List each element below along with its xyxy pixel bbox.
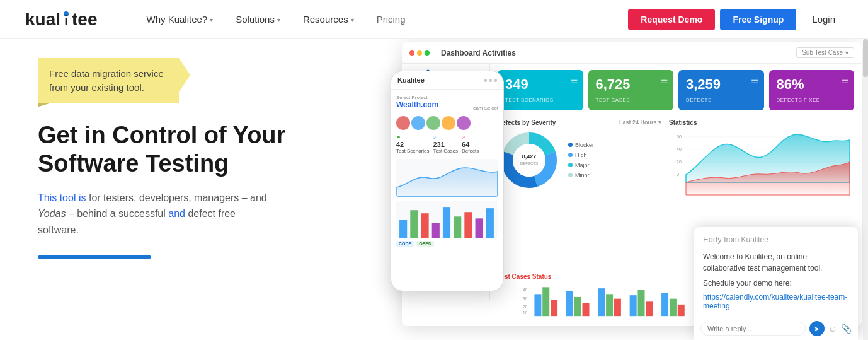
chat-send-button[interactable]: ➤ [809, 321, 825, 336]
svg-rect-41 [614, 299, 621, 317]
logo[interactable]: kual i tee [25, 9, 98, 30]
svg-rect-33 [534, 294, 541, 316]
svg-text:40: 40 [677, 147, 682, 151]
svg-rect-42 [630, 295, 637, 316]
page-scrollbar[interactable] [863, 39, 868, 340]
hero-right: Kualitee Select Project Wealth.com Team … [391, 39, 868, 340]
avatar-2 [411, 116, 425, 130]
mobile-stat-2: ☑ 231 Test Cases [433, 135, 458, 154]
svg-rect-8 [454, 216, 461, 238]
mobile-header: Kualitee [391, 71, 503, 90]
chat-input-row: ➤ ☺ 📎 [694, 317, 858, 340]
svg-rect-38 [583, 303, 590, 316]
request-demo-button[interactable]: Request Demo [628, 9, 715, 30]
chat-schedule-message: Schedule your demo here: [694, 278, 858, 293]
avatar-5 [457, 116, 471, 130]
code-tag: CODE [396, 241, 414, 247]
mobile-trend-chart [396, 159, 498, 197]
defects-severity-chart: Defects by Severity Last 24 Hours ▾ [498, 119, 661, 268]
legend-item-high: High [568, 150, 594, 160]
nav-item-pricing[interactable]: Pricing [365, 0, 417, 39]
mobile-dots [484, 79, 497, 82]
svg-rect-36 [566, 291, 573, 316]
stat-card-test-scenarios: 349 TEST SCENARIOS ⚌ [498, 70, 583, 110]
donut-chart-svg: 8,427 DEFECTS [498, 129, 561, 192]
filter-icon-3: ⚌ [751, 75, 759, 85]
mobile-project-name[interactable]: Wealth.com [396, 100, 471, 112]
stat-card-defects-fixed: 86% DEFECTS FIXED ⚌ [769, 70, 855, 110]
statistics-chart-title: Statistics [669, 119, 854, 126]
free-signup-button[interactable]: Free Signup [720, 9, 796, 30]
nav-item-why[interactable]: Why Kualitee? ▾ [135, 0, 225, 39]
mobile-bar-chart [396, 201, 498, 238]
svg-rect-6 [432, 223, 440, 238]
svg-rect-5 [421, 213, 428, 238]
svg-rect-11 [486, 208, 494, 238]
defects-chart-title: Defects by Severity Last 24 Hours ▾ [498, 119, 661, 126]
badge-line1: Free data migration service [49, 67, 164, 81]
mobile-project-label: Select Project [396, 95, 498, 100]
nav-links: Why Kualitee? ▾ Solutions ▾ Resources ▾ … [135, 0, 629, 39]
legend-item-blocker: Blocker [568, 140, 594, 150]
mobile-bar-chart-svg [396, 201, 498, 238]
mobile-avatars [396, 116, 498, 130]
svg-rect-9 [464, 212, 472, 238]
svg-text:i: i [64, 13, 68, 27]
chevron-down-icon: ▾ [845, 49, 848, 56]
chat-attach-button[interactable]: 📎 [841, 324, 852, 334]
filter-icon-4: ⚌ [841, 75, 849, 85]
db-dot-red [409, 50, 414, 56]
logo-text-tee: tee [72, 9, 97, 30]
svg-text:8,427: 8,427 [522, 153, 537, 160]
donut-container: 8,427 DEFECTS Blocker High Major Minor [498, 129, 661, 192]
legend-item-major: Major [568, 160, 594, 170]
nav-item-resources[interactable]: Resources ▾ [292, 0, 365, 39]
chevron-down-icon: ▾ [277, 16, 280, 23]
db-dots [409, 50, 430, 56]
chat-reply-input[interactable] [700, 322, 806, 336]
mobile-stat-1: ⚑ 42 Test Scenarios [396, 135, 429, 154]
stat-card-test-cases: 6,725 TEST CASES ⚌ [588, 70, 674, 110]
mobile-team-label: Team Select [471, 105, 498, 111]
mobile-content: Select Project Wealth.com Team Select ⚑ [391, 90, 503, 252]
svg-rect-39 [598, 288, 605, 316]
chat-welcome-message: Welcome to Kualitee, an online collabora… [694, 251, 858, 278]
hero-title: Get in Control of Your Software Testing [38, 121, 365, 179]
svg-text:60: 60 [677, 134, 682, 139]
svg-rect-37 [574, 297, 581, 316]
scrollbar-thumb[interactable] [863, 39, 868, 77]
avatar-1 [396, 116, 410, 130]
legend-item-minor: Minor [568, 170, 594, 180]
navbar: kual i tee Why Kualitee? ▾ Solutions ▾ R… [0, 0, 868, 39]
db-dot-yellow [417, 50, 422, 56]
migration-badge: Free data migration service from your ex… [38, 58, 179, 103]
svg-rect-34 [542, 287, 549, 316]
mobile-screenshot: Kualitee Select Project Wealth.com Team … [391, 71, 504, 291]
sub-test-case-select[interactable]: Sub Test Case ▾ [796, 47, 854, 58]
hero-cta-bar [38, 255, 151, 259]
svg-rect-46 [670, 299, 677, 317]
svg-rect-35 [551, 300, 557, 317]
logo-i-icon: i [61, 11, 71, 28]
chat-agent-name: Eddy from Kualitee [703, 235, 768, 244]
svg-text:20: 20 [677, 160, 682, 164]
svg-rect-47 [678, 305, 685, 316]
hero-description: This tool is for testers, developers, ma… [38, 190, 302, 238]
login-button[interactable]: Login [804, 14, 843, 25]
chat-emoji-button[interactable]: ☺ [828, 324, 837, 334]
avatar-4 [442, 116, 455, 130]
db-dot-green [425, 50, 430, 56]
mobile-stats: ⚑ 42 Test Scenarios ☑ 231 Test Cases ⚠ 6… [396, 135, 498, 154]
hero-section: Free data migration service from your ex… [0, 39, 868, 340]
logo-area[interactable]: kual i tee [25, 9, 98, 30]
svg-rect-10 [476, 218, 483, 238]
chat-header: Eddy from Kualitee [694, 227, 858, 251]
nav-item-solutions[interactable]: Solutions ▾ [224, 0, 292, 39]
svg-point-18 [513, 144, 545, 177]
svg-rect-43 [638, 290, 645, 316]
chat-calendly-link[interactable]: https://calendly.com/kualitee/kualitee-t… [694, 293, 858, 317]
svg-text:DEFECTS: DEFECTS [520, 161, 538, 165]
mobile-trend-chart-svg [396, 159, 498, 197]
logo-text-k: kual [25, 9, 60, 30]
svg-rect-4 [410, 210, 418, 238]
